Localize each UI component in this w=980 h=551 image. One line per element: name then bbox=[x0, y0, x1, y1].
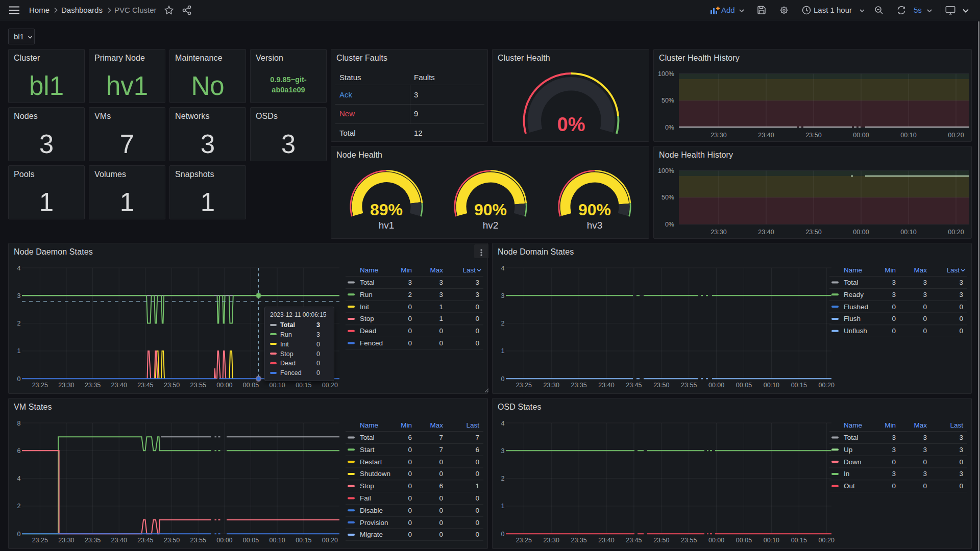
svg-text:Name: Name bbox=[360, 266, 378, 274]
svg-text:0: 0 bbox=[959, 482, 963, 490]
svg-text:00:10: 00:10 bbox=[269, 382, 285, 389]
svg-text:23:50: 23:50 bbox=[653, 382, 669, 389]
svg-text:00:15: 00:15 bbox=[791, 382, 807, 389]
svg-text:3: 3 bbox=[923, 446, 927, 454]
svg-text:4: 4 bbox=[17, 265, 21, 272]
svg-text:Last: Last bbox=[950, 421, 963, 429]
svg-text:0: 0 bbox=[475, 339, 479, 347]
svg-text:0: 0 bbox=[959, 327, 963, 335]
svg-text:23:55: 23:55 bbox=[190, 537, 206, 544]
svg-text:0: 0 bbox=[501, 531, 505, 538]
svg-text:Dead: Dead bbox=[360, 327, 376, 335]
svg-text:8: 8 bbox=[17, 420, 21, 427]
svg-text:00:00: 00:00 bbox=[853, 229, 869, 236]
svg-text:Stop: Stop bbox=[360, 315, 374, 322]
svg-text:0: 0 bbox=[923, 327, 927, 335]
svg-text:Name: Name bbox=[360, 421, 378, 429]
svg-text:00:10: 00:10 bbox=[900, 132, 916, 139]
svg-text:Last: Last bbox=[462, 266, 476, 274]
svg-text:0: 0 bbox=[17, 375, 21, 383]
svg-text:0: 0 bbox=[475, 519, 479, 527]
svg-text:89%: 89% bbox=[370, 201, 403, 219]
svg-text:0: 0 bbox=[439, 327, 443, 335]
svg-text:0: 0 bbox=[408, 519, 412, 527]
svg-text:100%: 100% bbox=[658, 167, 674, 174]
svg-text:23:30: 23:30 bbox=[710, 132, 726, 139]
svg-text:0: 0 bbox=[959, 458, 963, 466]
svg-text:0: 0 bbox=[439, 494, 443, 502]
svg-text:0: 0 bbox=[408, 531, 412, 538]
svg-text:Fenced: Fenced bbox=[360, 339, 383, 347]
svg-text:3: 3 bbox=[923, 279, 927, 286]
svg-text:7: 7 bbox=[439, 446, 443, 454]
svg-text:0: 0 bbox=[408, 458, 412, 466]
svg-text:3: 3 bbox=[959, 446, 963, 454]
svg-text:0: 0 bbox=[501, 375, 505, 383]
svg-text:00:00: 00:00 bbox=[708, 382, 724, 389]
svg-text:23:35: 23:35 bbox=[85, 537, 101, 544]
svg-text:00:20: 00:20 bbox=[322, 382, 338, 389]
svg-text:Min: Min bbox=[885, 266, 896, 274]
svg-text:0%: 0% bbox=[557, 114, 585, 135]
svg-text:0: 0 bbox=[475, 327, 479, 335]
svg-text:0: 0 bbox=[408, 507, 412, 514]
svg-text:3: 3 bbox=[892, 291, 896, 298]
svg-text:23:25: 23:25 bbox=[516, 537, 532, 544]
svg-text:23:40: 23:40 bbox=[758, 132, 774, 139]
svg-text:Last: Last bbox=[946, 266, 960, 274]
svg-text:Down: Down bbox=[844, 458, 862, 466]
svg-text:23:40: 23:40 bbox=[111, 537, 127, 544]
svg-text:50%: 50% bbox=[662, 97, 674, 104]
svg-text:3: 3 bbox=[501, 447, 505, 455]
svg-text:23:25: 23:25 bbox=[32, 537, 48, 544]
svg-text:Total: Total bbox=[360, 434, 375, 441]
svg-text:00:00: 00:00 bbox=[216, 537, 232, 544]
svg-text:Max: Max bbox=[430, 421, 443, 429]
svg-text:0: 0 bbox=[439, 458, 443, 466]
svg-text:3: 3 bbox=[501, 292, 505, 299]
svg-text:In: In bbox=[844, 470, 849, 478]
svg-text:3: 3 bbox=[923, 470, 927, 478]
svg-text:0: 0 bbox=[17, 531, 21, 538]
svg-text:00:00: 00:00 bbox=[853, 132, 869, 139]
svg-text:3: 3 bbox=[959, 434, 963, 441]
svg-text:Migrate: Migrate bbox=[360, 531, 383, 538]
svg-text:0: 0 bbox=[439, 531, 443, 538]
svg-text:0: 0 bbox=[475, 494, 479, 502]
svg-text:3: 3 bbox=[439, 279, 443, 286]
svg-text:23:25: 23:25 bbox=[32, 382, 48, 389]
svg-text:0%: 0% bbox=[665, 221, 674, 228]
svg-text:Min: Min bbox=[885, 421, 896, 429]
svg-text:0%: 0% bbox=[665, 124, 674, 131]
svg-text:Name: Name bbox=[844, 266, 862, 274]
svg-text:Min: Min bbox=[401, 421, 412, 429]
svg-text:0: 0 bbox=[408, 482, 412, 490]
svg-text:Flushed: Flushed bbox=[844, 303, 868, 311]
svg-text:0: 0 bbox=[892, 303, 896, 311]
svg-text:0: 0 bbox=[408, 303, 412, 311]
svg-text:23:55: 23:55 bbox=[190, 382, 206, 389]
svg-text:23:50: 23:50 bbox=[164, 537, 180, 544]
svg-text:23:45: 23:45 bbox=[626, 537, 642, 544]
svg-text:0: 0 bbox=[475, 531, 479, 538]
svg-text:00:05: 00:05 bbox=[243, 537, 259, 544]
svg-text:0: 0 bbox=[439, 470, 443, 478]
svg-text:Shutdown: Shutdown bbox=[360, 470, 390, 478]
svg-text:3: 3 bbox=[892, 470, 896, 478]
svg-text:00:10: 00:10 bbox=[764, 382, 779, 389]
svg-text:0: 0 bbox=[439, 507, 443, 514]
svg-text:90%: 90% bbox=[578, 201, 611, 219]
svg-text:23:45: 23:45 bbox=[626, 382, 642, 389]
svg-text:Total: Total bbox=[360, 279, 375, 286]
svg-text:6: 6 bbox=[17, 447, 21, 455]
svg-text:0: 0 bbox=[475, 303, 479, 311]
svg-text:00:20: 00:20 bbox=[819, 537, 835, 544]
svg-text:Init: Init bbox=[360, 303, 369, 311]
svg-text:hv2: hv2 bbox=[483, 220, 499, 231]
svg-text:3: 3 bbox=[923, 434, 927, 441]
svg-text:3: 3 bbox=[959, 470, 963, 478]
svg-text:00:20: 00:20 bbox=[322, 537, 338, 544]
svg-text:00:10: 00:10 bbox=[900, 229, 916, 236]
svg-text:0: 0 bbox=[408, 446, 412, 454]
svg-text:Disable: Disable bbox=[360, 507, 383, 514]
